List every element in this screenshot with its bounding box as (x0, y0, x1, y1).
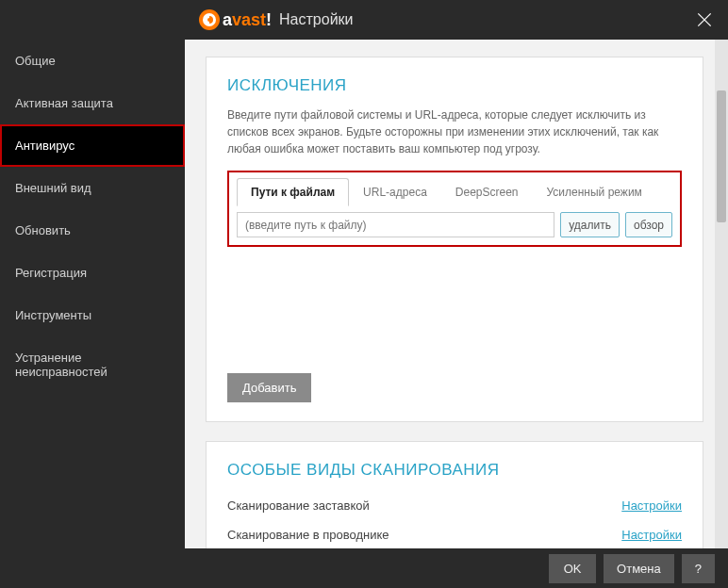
ok-button[interactable]: OK (549, 554, 596, 583)
exclusions-list-area (227, 260, 682, 373)
sidebar: Общие Активная защита Антивирус Внешний … (0, 40, 185, 548)
footer: OK Отмена ? (0, 548, 728, 588)
scan-settings-link[interactable]: Настройки (621, 528, 682, 542)
close-button[interactable] (690, 6, 719, 34)
browse-button[interactable]: обзор (625, 212, 672, 237)
sidebar-item-active-protection[interactable]: Активная защита (0, 82, 185, 124)
logo-text: avast! (223, 10, 272, 30)
scrollbar-thumb[interactable] (717, 90, 726, 222)
avast-logo-icon (198, 8, 221, 31)
special-scans-title: ОСОБЫЕ ВИДЫ СКАНИРОВАНИЯ (227, 461, 682, 480)
window-title: Настройки (279, 11, 353, 28)
tab-deepscreen[interactable]: DeepScreen (441, 178, 533, 206)
scan-settings-link[interactable]: Настройки (621, 498, 682, 513)
content-area: ИСКЛЮЧЕНИЯ Введите пути файловой системы… (185, 40, 728, 548)
tab-url-addresses[interactable]: URL-адреса (349, 178, 441, 206)
exclusions-title: ИСКЛЮЧЕНИЯ (227, 76, 682, 95)
exclusions-tabs-box: Пути к файлам URL-адреса DeepScreen Усил… (227, 171, 682, 247)
scan-row-screensaver: Сканирование заставкой Настройки (227, 491, 682, 520)
sidebar-item-troubleshooting[interactable]: Устранение неисправностей (0, 336, 185, 393)
scan-label: Сканирование в проводнике (227, 528, 389, 542)
title-bar: avast! Настройки (0, 0, 728, 40)
add-button[interactable]: Добавить (227, 373, 311, 402)
exclusions-tabs: Пути к файлам URL-адреса DeepScreen Усил… (237, 178, 672, 206)
close-icon (695, 10, 714, 29)
sidebar-item-appearance[interactable]: Внешний вид (0, 167, 185, 209)
sidebar-item-registration[interactable]: Регистрация (0, 252, 185, 294)
sidebar-item-update[interactable]: Обновить (0, 209, 185, 252)
sidebar-item-general[interactable]: Общие (0, 40, 185, 82)
path-input[interactable] (237, 212, 554, 237)
scan-row-explorer: Сканирование в проводнике Настройки (227, 520, 682, 548)
sidebar-item-antivirus[interactable]: Антивирус (0, 124, 185, 167)
svg-point-2 (207, 18, 211, 22)
tab-file-paths[interactable]: Пути к файлам (237, 178, 349, 206)
special-scans-panel: ОСОБЫЕ ВИДЫ СКАНИРОВАНИЯ Сканирование за… (206, 441, 703, 548)
scan-label: Сканирование заставкой (227, 498, 370, 513)
scrollbar[interactable] (715, 40, 728, 548)
exclusions-panel: ИСКЛЮЧЕНИЯ Введите пути файловой системы… (206, 57, 703, 422)
help-button[interactable]: ? (682, 554, 715, 583)
cancel-button[interactable]: Отмена (604, 554, 674, 583)
delete-button[interactable]: удалить (560, 212, 620, 237)
sidebar-item-tools[interactable]: Инструменты (0, 294, 185, 336)
exclusions-description: Введите пути файловой системы и URL-адре… (227, 106, 682, 157)
tab-hardened-mode[interactable]: Усиленный режим (533, 178, 656, 206)
app-logo: avast! Настройки (198, 8, 354, 31)
